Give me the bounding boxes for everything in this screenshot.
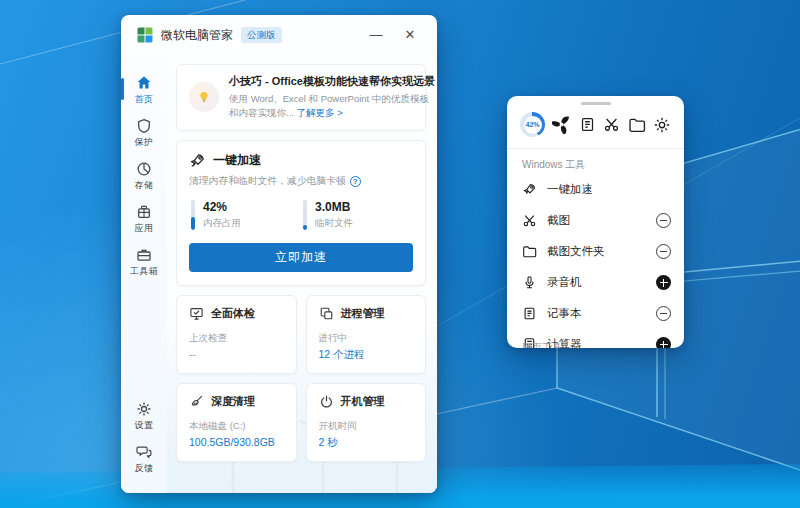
window-title: 微软电脑管家 <box>161 27 233 44</box>
memory-label: 内存占用 <box>203 217 241 230</box>
pie-chart-icon <box>136 161 152 177</box>
rocket-icon <box>522 182 537 197</box>
panel-item-boost[interactable]: 一键加速 <box>507 174 684 205</box>
remove-item-button[interactable] <box>656 306 671 321</box>
broom-icon <box>189 394 204 409</box>
windows-desktop: 微软电脑管家 公测版 — ✕ 首页 保护 <box>0 0 800 508</box>
memory-progress-ring[interactable]: 42% <box>520 112 545 137</box>
sidebar-item-toolbox[interactable]: 工具箱 <box>121 241 167 284</box>
app-box-icon <box>136 204 152 220</box>
settings-gear-icon[interactable] <box>653 116 671 134</box>
temp-files-stat: 3.0MB 临时文件 <box>301 200 413 230</box>
memory-value: 42% <box>203 200 241 214</box>
memory-stat: 42% 内存占用 <box>189 200 301 230</box>
shield-icon <box>136 118 152 134</box>
card-value: 12 个进程 <box>319 348 414 362</box>
toolbox-icon <box>136 247 152 263</box>
card-caption: 开机时间 <box>319 420 414 433</box>
panel-section-web-tools: 网页工具 <box>522 341 562 348</box>
sidebar: 首页 保护 存储 <box>121 55 167 493</box>
process-manager-card[interactable]: 进程管理 进行中 12 个进程 <box>306 295 427 374</box>
card-value: -- <box>189 348 284 360</box>
deep-clean-card[interactable]: 深度清理 本地磁盘 (C:) 100.5GB/930.8GB <box>176 383 297 462</box>
sidebar-item-apps[interactable]: 应用 <box>121 198 167 241</box>
pc-manager-window: 微软电脑管家 公测版 — ✕ 首页 保护 <box>121 15 437 493</box>
temp-files-value: 3.0MB <box>315 200 353 214</box>
add-item-button[interactable] <box>656 337 671 348</box>
banner-body: 使用 Word、Excel 和 PowerPoint 中的优质模板和内容实现你.… <box>229 92 435 121</box>
remove-item-button[interactable] <box>656 244 671 259</box>
power-icon <box>319 394 334 409</box>
sidebar-item-feedback[interactable]: 反馈 <box>121 438 167 481</box>
gear-icon <box>136 401 152 417</box>
sidebar-item-protection[interactable]: 保护 <box>121 112 167 155</box>
panel-item-voice-recorder[interactable]: 录音机 <box>507 267 684 298</box>
card-value: 100.5GB/930.8GB <box>189 436 284 448</box>
drag-handle[interactable] <box>581 102 611 105</box>
health-check-icon <box>189 306 204 321</box>
lightbulb-icon <box>189 82 219 112</box>
minimize-button[interactable]: — <box>363 22 389 48</box>
card-caption: 本地磁盘 (C:) <box>189 420 284 433</box>
card-caption: 上次检查 <box>189 332 284 345</box>
home-icon <box>136 75 152 91</box>
boost-subtitle: 清理内存和临时文件，减少电脑卡顿 ? <box>189 175 413 188</box>
feedback-icon <box>136 444 152 460</box>
scissors-icon[interactable] <box>603 116 620 133</box>
temp-files-bar <box>303 200 307 230</box>
process-icon <box>319 306 334 321</box>
close-button[interactable]: ✕ <box>397 22 423 48</box>
tip-banner[interactable]: 小技巧 - Office模板功能快速帮你实现远景 使用 Word、Excel 和… <box>176 64 426 131</box>
panel-item-screenshot-folder[interactable]: 截图文件夹 <box>507 236 684 267</box>
toolbox-float-panel: 42% <box>507 96 684 348</box>
folder-icon[interactable] <box>628 116 646 134</box>
panel-item-screenshot[interactable]: 截图 <box>507 205 684 236</box>
microphone-icon <box>522 275 537 290</box>
pinwheel-icon[interactable] <box>552 115 571 134</box>
scissors-icon <box>522 213 537 228</box>
titlebar: 微软电脑管家 公测版 — ✕ <box>121 15 437 55</box>
notepad-icon[interactable] <box>579 116 596 133</box>
sidebar-item-home[interactable]: 首页 <box>121 69 167 112</box>
boost-now-button[interactable]: 立即加速 <box>189 243 413 272</box>
temp-files-label: 临时文件 <box>315 217 353 230</box>
rocket-icon <box>189 152 206 169</box>
notepad-icon <box>522 306 537 321</box>
health-check-card[interactable]: 全面体检 上次检查 -- <box>176 295 297 374</box>
beta-badge: 公测版 <box>241 27 282 43</box>
panel-item-notepad[interactable]: 记事本 <box>507 298 684 329</box>
boost-title: 一键加速 <box>213 152 261 169</box>
memory-bar <box>191 200 195 230</box>
learn-more-link[interactable]: 了解更多 > <box>297 107 343 118</box>
app-logo-icon <box>137 27 153 43</box>
boost-card: 一键加速 清理内存和临时文件，减少电脑卡顿 ? 42% 内存占用 <box>176 140 426 286</box>
home-content: 小技巧 - Office模板功能快速帮你实现远景 使用 Word、Excel 和… <box>167 55 437 493</box>
remove-item-button[interactable] <box>656 213 671 228</box>
info-icon[interactable]: ? <box>350 176 361 187</box>
panel-section-windows-tools: Windows 工具 <box>507 149 684 174</box>
card-caption: 进行中 <box>319 332 414 345</box>
startup-manager-card[interactable]: 开机管理 开机时间 2 秒 <box>306 383 427 462</box>
banner-title: 小技巧 - Office模板功能快速帮你实现远景 <box>229 74 435 89</box>
card-value: 2 秒 <box>319 436 414 450</box>
add-item-button[interactable] <box>656 275 671 290</box>
folder-icon <box>522 244 537 259</box>
sidebar-item-settings[interactable]: 设置 <box>121 395 167 438</box>
sidebar-item-storage[interactable]: 存储 <box>121 155 167 198</box>
